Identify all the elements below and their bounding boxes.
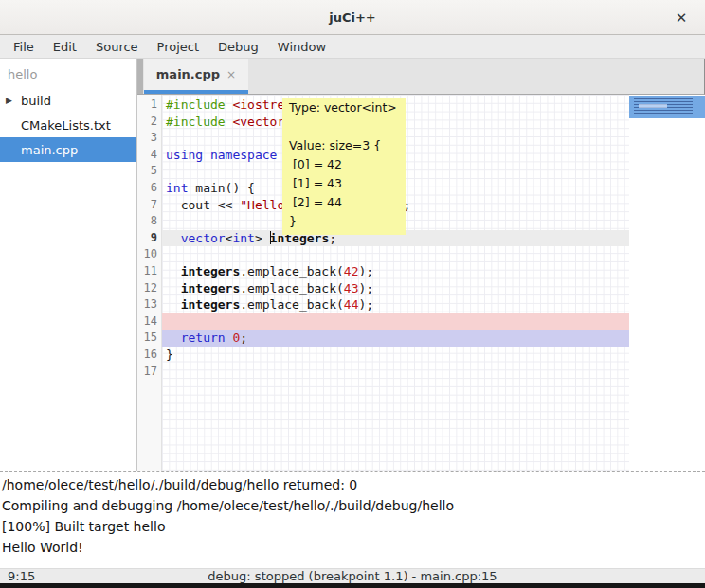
close-icon[interactable]: ✕ (671, 8, 692, 28)
file-tree: ▶buildCMakeLists.txtmain.cpp (0, 88, 136, 162)
line-number[interactable]: 11 (137, 263, 161, 280)
line-number[interactable]: 17 (137, 364, 161, 381)
line-number-gutter[interactable]: 1234567891011121314151617 (137, 95, 162, 471)
minimap-viewport[interactable] (629, 96, 705, 118)
tree-item-label: CMakeLists.txt (0, 118, 111, 133)
line-number[interactable]: 6 (137, 180, 161, 197)
line-number[interactable]: 7 (137, 197, 161, 214)
line-number[interactable]: 8 (137, 213, 161, 230)
output-line: Hello World! (2, 537, 705, 558)
output-panel: /home/olece/test/hello/./build/debug/hel… (0, 471, 705, 568)
line-number[interactable]: 4 (137, 147, 161, 164)
sidebar-item-main-cpp[interactable]: main.cpp (0, 137, 136, 162)
code-line[interactable] (162, 364, 629, 381)
menu-item-edit[interactable]: Edit (44, 37, 86, 57)
tab-label: main.cpp (156, 67, 220, 81)
tab-bar: main.cpp × (137, 59, 705, 95)
output-line: /home/olece/test/hello/./build/debug/hel… (2, 474, 705, 495)
tree-item-label: main.cpp (0, 143, 78, 157)
minimap-highlight-texture (639, 104, 667, 108)
line-number[interactable]: 16 (137, 347, 161, 364)
line-number[interactable]: 14 (137, 313, 161, 330)
code-line[interactable]: return 0; (162, 330, 629, 347)
main-content: hello ▶buildCMakeLists.txtmain.cpp main.… (0, 59, 705, 471)
line-number[interactable]: 5 (137, 163, 161, 180)
output-line: [100%] Built target hello (2, 516, 705, 537)
line-number[interactable]: 9 (137, 230, 161, 247)
editor-body: 1234567891011121314151617 #include <iost… (137, 95, 705, 471)
app-window: juCi++ ✕ FileEditSourceProjectDebugWindo… (0, 0, 705, 588)
code-line[interactable]: integers.emplace_back(43); (162, 280, 629, 297)
menu-item-source[interactable]: Source (86, 37, 148, 57)
tab-main-cpp[interactable]: main.cpp × (144, 59, 248, 94)
status-bar: 9:15 debug: stopped (breakpoint 1.1) - m… (0, 568, 705, 583)
title-bar: juCi++ ✕ (0, 0, 705, 35)
sidebar-item-cmakelists-txt[interactable]: CMakeLists.txt (0, 113, 136, 137)
line-number[interactable]: 10 (137, 246, 161, 263)
sidebar-item-build[interactable]: ▶build (0, 88, 136, 113)
line-number[interactable]: 12 (137, 280, 161, 297)
output-line: Compiling and debugging /home/olece/test… (2, 495, 705, 516)
line-number[interactable]: 13 (137, 296, 161, 313)
code-line[interactable]: } (162, 347, 629, 364)
line-number[interactable]: 2 (137, 114, 161, 131)
minimap-scrollbar[interactable] (629, 95, 705, 471)
project-name-label: hello (0, 59, 136, 88)
window-title: juCi++ (329, 10, 376, 25)
code-line[interactable]: integers.emplace_back(42); (162, 263, 629, 280)
code-line[interactable] (162, 313, 629, 330)
line-number[interactable]: 1 (137, 97, 161, 114)
expander-icon[interactable]: ▶ (6, 96, 12, 105)
menu-item-project[interactable]: Project (148, 37, 208, 57)
code-line[interactable]: integers.emplace_back(44); (162, 296, 629, 313)
line-number[interactable]: 3 (137, 130, 161, 147)
menu-bar: FileEditSourceProjectDebugWindow (0, 35, 705, 59)
debug-value-tooltip: Type: vector<int> Value: size=3 { [0] = … (282, 98, 406, 235)
menu-item-file[interactable]: File (4, 37, 44, 57)
menu-item-debug[interactable]: Debug (208, 37, 268, 57)
debug-status: debug: stopped (breakpoint 1.1) - main.c… (0, 569, 705, 583)
tab-close-icon[interactable]: × (226, 68, 236, 81)
file-browser-sidebar: hello ▶buildCMakeLists.txtmain.cpp (0, 59, 137, 471)
editor-column: main.cpp × 1234567891011121314151617 #in… (137, 59, 705, 471)
menu-item-window[interactable]: Window (268, 37, 335, 57)
code-line[interactable] (162, 246, 629, 263)
line-number[interactable]: 15 (137, 330, 161, 347)
window-bottom-edge (0, 583, 705, 588)
tab-bar-edge (137, 59, 143, 94)
